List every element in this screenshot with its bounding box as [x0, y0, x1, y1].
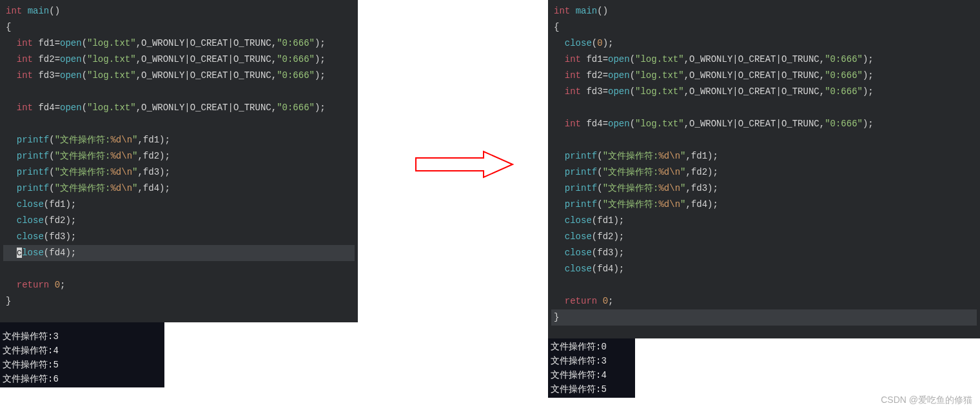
left-output: 文件操作符:3文件操作符:4文件操作符:5文件操作符:6 — [0, 328, 164, 387]
left-code-editor: int main(){ int fd1=open("log.txt",O_WRO… — [0, 0, 358, 322]
watermark-text: CSDN @爱吃鱼的修猫 — [881, 395, 972, 406]
right-code-editor: int main(){ close(0); int fd1=open("log.… — [548, 0, 980, 338]
right-output: 文件操作符:0文件操作符:3文件操作符:4文件操作符:5 — [548, 338, 635, 398]
svg-marker-0 — [416, 151, 513, 177]
output-line: 文件操作符:3 — [551, 354, 632, 368]
output-line: 文件操作符:5 — [551, 382, 632, 396]
output-line: 文件操作符:4 — [3, 344, 162, 358]
output-line: 文件操作符:6 — [3, 372, 162, 386]
output-line: 文件操作符:0 — [551, 340, 632, 354]
output-line: 文件操作符:5 — [3, 358, 162, 372]
output-line: 文件操作符:4 — [551, 368, 632, 382]
left-output-strip — [0, 322, 164, 328]
output-line: 文件操作符:3 — [3, 329, 162, 344]
arrow-icon — [413, 148, 516, 181]
